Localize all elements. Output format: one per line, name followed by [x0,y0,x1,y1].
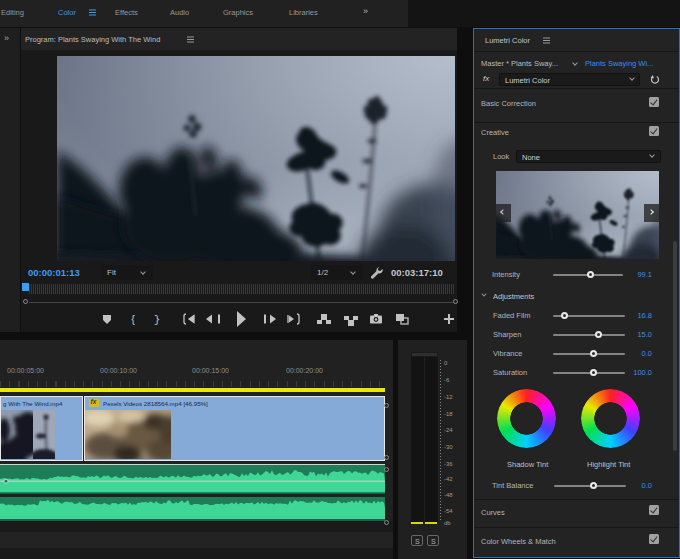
svg-text:}: } [154,314,161,326]
svg-text:{: { [131,313,135,325]
